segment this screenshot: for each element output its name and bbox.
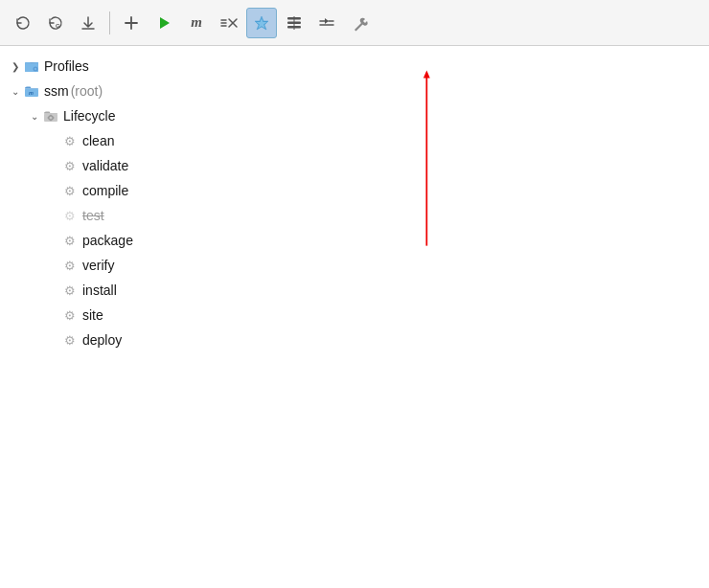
toolbar-separator-1 (109, 11, 110, 34)
gear-test-icon: ⚙ (61, 207, 79, 224)
svg-rect-30 (48, 117, 49, 118)
profiles-label: Profiles (44, 58, 89, 74)
gear-validate-icon: ⚙ (61, 157, 79, 174)
tree-item-clean[interactable]: ⚙ clean (0, 128, 709, 153)
expand-ssm[interactable]: ⌄ (8, 83, 23, 99)
svg-text:m: m (29, 90, 34, 96)
lifecycle-label: Lifecycle (63, 108, 115, 124)
ssm-sublabel: (root) (71, 83, 103, 99)
gear-compile-icon: ⚙ (61, 182, 79, 199)
verify-label: verify (82, 258, 114, 273)
expand-validate (46, 158, 61, 173)
run-button[interactable] (149, 8, 179, 38)
package-label: package (82, 233, 133, 248)
toolbar: G m (0, 0, 709, 46)
download-button[interactable] (73, 8, 103, 38)
expand-compile (46, 183, 61, 198)
expand-lifecycle[interactable]: ⌄ (27, 108, 42, 124)
gear-clean-icon: ⚙ (61, 132, 79, 149)
folder-lifecycle-icon (42, 107, 59, 124)
svg-rect-28 (50, 120, 51, 121)
tree-item-validate[interactable]: ⚙ validate (0, 153, 709, 178)
svg-marker-4 (160, 17, 170, 29)
tree-item-ssm[interactable]: ⌄ m ssm (root) (0, 79, 709, 103)
expand-package (46, 233, 61, 248)
gear-site-icon: ⚙ (61, 306, 79, 324)
gear-verify-icon: ⚙ (61, 257, 79, 274)
folder-profiles-icon (23, 57, 40, 75)
execute-button[interactable] (246, 8, 277, 38)
refresh-button[interactable] (8, 8, 38, 38)
compile-label: compile (82, 183, 128, 198)
tree-item-deploy[interactable]: ⚙ deploy (0, 328, 709, 352)
expand-deploy (46, 332, 61, 348)
tree-panel: ❯ Profiles ⌄ m ssm (root) ⌄ (0, 46, 709, 360)
add-button[interactable] (116, 8, 147, 38)
gear-package-icon: ⚙ (61, 232, 79, 249)
svg-text:G: G (56, 23, 60, 29)
tree-item-verify[interactable]: ⚙ verify (0, 253, 709, 278)
svg-point-21 (34, 68, 36, 70)
gear-install-icon: ⚙ (61, 282, 79, 299)
tree-item-package[interactable]: ⚙ package (0, 228, 709, 253)
wrench-button[interactable] (344, 8, 375, 38)
expand-profiles[interactable]: ❯ (8, 58, 23, 74)
tree-item-install[interactable]: ⚙ install (0, 278, 709, 303)
tree-item-test[interactable]: ⚙ test (0, 203, 709, 228)
expand-test (46, 208, 61, 223)
refresh-g-button[interactable]: G (40, 8, 71, 38)
tree-item-profiles[interactable]: ❯ Profiles (0, 54, 709, 79)
svg-rect-27 (50, 115, 51, 116)
deploy-label: deploy (82, 332, 122, 348)
folder-ssm-icon: m (23, 82, 40, 100)
align-button[interactable] (311, 8, 342, 38)
tree-item-site[interactable]: ⚙ site (0, 303, 709, 328)
expand-site (46, 307, 61, 323)
toggle-skip-button[interactable] (214, 8, 244, 38)
expand-verify (46, 258, 61, 273)
clean-label: clean (82, 133, 114, 148)
install-label: install (82, 283, 117, 298)
tree-item-compile[interactable]: ⚙ compile (0, 178, 709, 203)
validate-label: validate (82, 158, 128, 173)
columns-button[interactable] (279, 8, 309, 38)
maven-button[interactable]: m (181, 8, 212, 38)
tree-item-lifecycle[interactable]: ⌄ Lifecycle (0, 103, 709, 128)
test-label: test (82, 208, 104, 223)
svg-rect-29 (53, 117, 54, 118)
gear-deploy-icon: ⚙ (61, 331, 79, 349)
ssm-label: ssm (44, 83, 69, 99)
expand-install (46, 283, 61, 298)
expand-clean (46, 133, 61, 148)
site-label: site (82, 307, 103, 323)
svg-point-26 (50, 117, 53, 120)
